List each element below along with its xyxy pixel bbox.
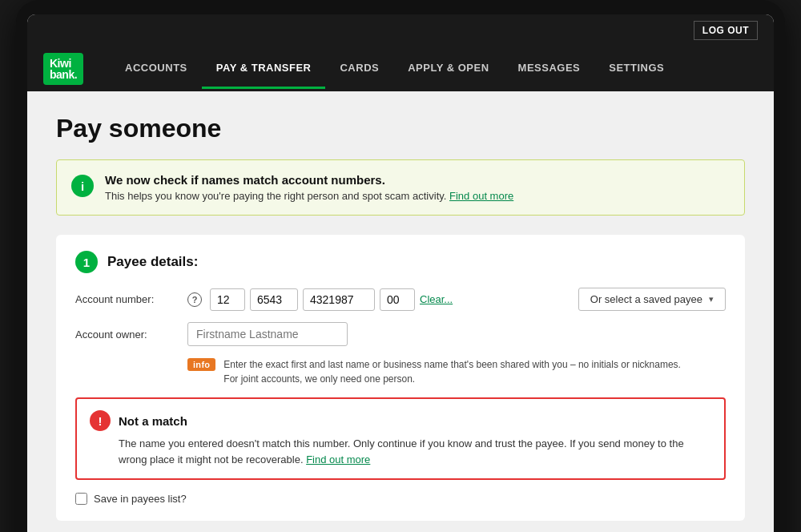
info-banner-icon: i <box>71 175 94 197</box>
save-payee-label[interactable]: Save in payees list? <box>94 493 187 505</box>
tablet-screen: LOG OUT Kiwi bank. ACCOUNTS PAY & TRANSF… <box>27 14 774 532</box>
logo-bank-text: bank. <box>50 69 77 80</box>
saved-payee-button[interactable]: Or select a saved payee ▾ <box>578 288 726 311</box>
save-checkbox-row: Save in payees list? <box>75 493 726 505</box>
account-owner-label: Account owner: <box>75 328 179 341</box>
help-icon[interactable]: ? <box>187 292 202 307</box>
nav-item-accounts[interactable]: ACCOUNTS <box>111 49 202 89</box>
clear-link[interactable]: Clear... <box>420 293 453 305</box>
logo-box: Kiwi bank. <box>43 46 91 91</box>
not-match-header: ! Not a match <box>90 410 711 431</box>
account-part1[interactable] <box>210 288 245 311</box>
page-title: Pay someone <box>56 114 745 143</box>
not-match-link[interactable]: Find out more <box>306 453 370 466</box>
info-badge-text: Enter the exact first and last name or b… <box>223 357 681 386</box>
payee-section-header: 1 Payee details: <box>75 251 726 273</box>
not-match-desc: The name you entered doesn't match this … <box>119 436 711 467</box>
nav-item-messages[interactable]: MESSAGES <box>504 49 595 89</box>
nav-item-pay-transfer[interactable]: PAY & TRANSFER <box>202 49 326 89</box>
payee-section-title: Payee details: <box>107 254 198 270</box>
nav-item-apply-open[interactable]: APPLY & OPEN <box>393 49 503 89</box>
nav-bar: Kiwi bank. ACCOUNTS PAY & TRANSFER CARDS… <box>27 46 774 91</box>
account-number-label: Account number: <box>75 293 179 305</box>
info-banner: i We now check if names match account nu… <box>56 159 745 216</box>
nav-item-cards[interactable]: CARDS <box>325 49 393 89</box>
info-banner-link[interactable]: Find out more <box>449 190 513 202</box>
nav-items: ACCOUNTS PAY & TRANSFER CARDS APPLY & OP… <box>111 49 678 89</box>
account-owner-input[interactable] <box>187 322 348 346</box>
save-payee-checkbox[interactable] <box>75 493 87 505</box>
account-part3[interactable] <box>303 288 375 311</box>
account-owner-row: Account owner: <box>75 322 726 346</box>
logout-button[interactable]: LOG OUT <box>694 21 758 40</box>
nav-item-settings[interactable]: SETTINGS <box>594 49 678 89</box>
account-part4[interactable] <box>380 288 415 311</box>
info-banner-body: This helps you know you're paying the ri… <box>105 190 513 202</box>
main-content: Pay someone i We now check if names matc… <box>27 91 774 532</box>
not-match-box: ! Not a match The name you entered doesn… <box>75 397 726 480</box>
top-bar: LOG OUT <box>27 14 774 46</box>
logo[interactable]: Kiwi bank. <box>43 53 83 85</box>
account-inputs: Clear... <box>210 288 570 311</box>
payee-section: 1 Payee details: Account number: ? Clear… <box>56 235 745 521</box>
info-badge-row: info Enter the exact first and last name… <box>75 357 726 386</box>
saved-payee-label: Or select a saved payee <box>590 293 702 305</box>
error-icon: ! <box>90 410 111 431</box>
info-badge: info <box>187 358 215 371</box>
info-banner-text: We now check if names match account numb… <box>105 173 513 202</box>
info-banner-heading: We now check if names match account numb… <box>105 173 513 187</box>
account-number-row: Account number: ? Clear... Or select a s… <box>75 288 726 311</box>
not-match-title: Not a match <box>119 414 187 428</box>
step-badge-1: 1 <box>75 251 98 273</box>
logo-kiwi-text: Kiwi <box>50 58 71 69</box>
account-part2[interactable] <box>250 288 298 311</box>
chevron-down-icon: ▾ <box>709 294 714 304</box>
tablet-frame: LOG OUT Kiwi bank. ACCOUNTS PAY & TRANSF… <box>16 0 785 532</box>
